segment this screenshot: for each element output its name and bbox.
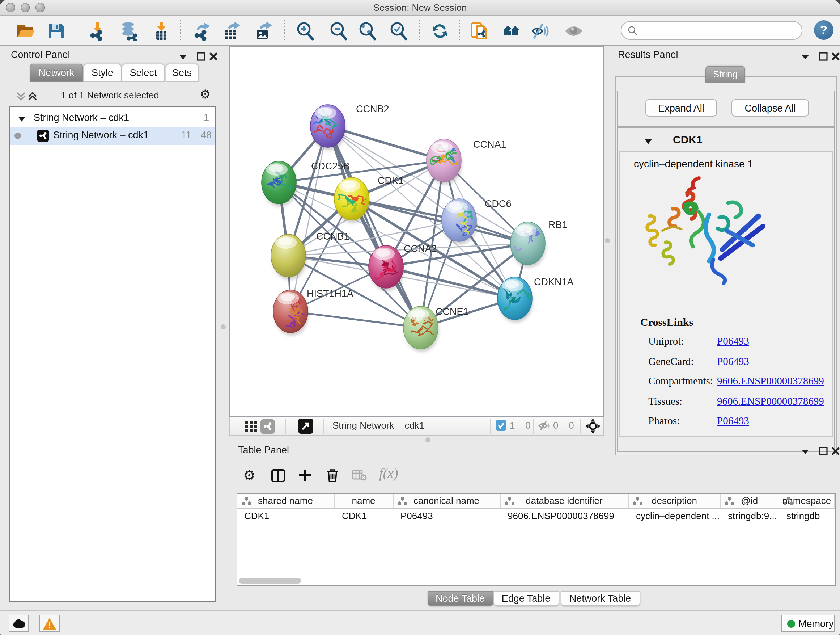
table-cell[interactable]: stringdb (786, 509, 834, 524)
column-header[interactable]: database identifier (500, 494, 629, 508)
crosslink-value[interactable]: 9606.ENSP00000378699 (717, 375, 824, 387)
tab-style[interactable]: Style (83, 64, 122, 82)
zoom-out-icon[interactable] (328, 21, 349, 41)
close-panel-icon[interactable] (831, 446, 840, 456)
column-header[interactable]: shared name (237, 494, 335, 508)
maximize-panel-icon[interactable] (818, 51, 829, 62)
detach-view-icon[interactable] (298, 418, 313, 433)
column-header[interactable]: namespace (779, 494, 835, 508)
refresh-icon[interactable] (430, 21, 450, 41)
network-canvas[interactable]: CCNB2CCNA1CDC25BCDK1CDC6RB1CCNB1CCNA2CDK… (229, 46, 604, 417)
zoom-selected-icon[interactable] (388, 21, 409, 41)
close-panel-icon[interactable] (831, 51, 840, 62)
network-node[interactable]: RB1 (508, 219, 567, 268)
network-view-mode-icon[interactable] (260, 419, 275, 433)
delete-column-icon[interactable] (326, 469, 339, 482)
crosslink-value[interactable]: P06493 (717, 335, 749, 348)
search-input[interactable] (621, 21, 802, 40)
tab-node-table[interactable]: Node Table (427, 591, 493, 606)
clone-network-icon[interactable] (470, 21, 490, 41)
save-session-icon[interactable] (46, 21, 66, 41)
selected-checkbox-icon[interactable] (495, 420, 506, 431)
crosslink-label: Tissues: (648, 395, 682, 407)
first-neighbors-icon[interactable] (501, 21, 522, 41)
network-edge[interactable] (290, 126, 327, 311)
table-cell[interactable]: 9606.ENSP00000378699 (508, 509, 627, 524)
network-node[interactable]: HIST1H1A (273, 288, 353, 336)
table-cell[interactable]: CDK1 (244, 509, 333, 524)
crosslink-value[interactable]: P06493 (717, 355, 749, 367)
network-edge[interactable] (290, 311, 420, 328)
fit-content-icon[interactable] (585, 418, 600, 433)
table-row[interactable]: CDK1CDK1P064939606.ENSP00000378699cyclin… (237, 509, 835, 524)
warning-icon (43, 618, 57, 630)
column-type-icon (241, 497, 251, 505)
table-cell[interactable]: stringdb:9... (728, 509, 778, 524)
table-cell[interactable]: P06493 (401, 509, 499, 524)
import-network-database-icon[interactable] (119, 21, 140, 41)
toolbar-separator (284, 20, 285, 41)
network-row-selected[interactable]: String Network – cdk1 11 48 (10, 127, 215, 145)
open-session-icon[interactable] (16, 21, 36, 41)
hide-selected-icon[interactable] (531, 21, 551, 41)
section-collapse-icon[interactable] (644, 138, 653, 145)
network-node[interactable]: CCNB1 (271, 231, 349, 280)
column-header[interactable]: name (335, 494, 393, 508)
collapse-all-button[interactable]: Collapse All (731, 99, 809, 117)
zoom-fit-icon[interactable] (357, 21, 378, 41)
cloud-status-button[interactable] (8, 615, 29, 632)
vertical-splitter-handle[interactable] (605, 238, 610, 243)
table-settings-gear-icon[interactable]: ⚙ (243, 467, 256, 484)
maximize-panel-icon[interactable] (196, 51, 206, 62)
tab-select[interactable]: Select (122, 64, 165, 82)
toolbar-separator (77, 20, 77, 41)
warning-status-button[interactable] (39, 615, 60, 632)
crosslink-value[interactable]: 9606.ENSP00000378699 (717, 395, 824, 407)
table-cell[interactable]: cyclin–dependent ... (636, 509, 719, 524)
network-node[interactable]: CCNE1 (403, 306, 469, 352)
left-splitter-handle[interactable] (221, 325, 226, 329)
show-all-icon[interactable] (564, 21, 584, 41)
network-options-gear-icon[interactable]: ⚙ (200, 87, 211, 102)
export-network-icon[interactable] (192, 21, 212, 41)
column-header[interactable]: @id (721, 494, 779, 508)
show-columns-icon[interactable] (271, 469, 285, 482)
protein-structure-image (640, 174, 779, 287)
crosslink-value[interactable]: P06493 (717, 415, 749, 427)
column-header[interactable]: description (629, 494, 721, 508)
horizontal-scrollbar-thumb[interactable] (238, 578, 301, 584)
grid-view-icon[interactable] (245, 420, 257, 432)
import-network-file-icon[interactable] (88, 21, 108, 41)
expand-all-button[interactable]: Expand All (645, 99, 717, 117)
import-table-icon[interactable] (151, 21, 172, 41)
function-builder-icon[interactable]: f(x) (379, 466, 398, 481)
network-node[interactable]: CCNA1 (426, 139, 506, 185)
tab-edge-table[interactable]: Edge Table (493, 591, 559, 606)
network-edge-count: 48 (201, 130, 212, 141)
export-image-icon[interactable] (253, 21, 273, 41)
network-node[interactable]: CDKN1A (497, 277, 573, 323)
maximize-panel-icon[interactable] (818, 446, 829, 456)
table-cell[interactable]: CDK1 (342, 509, 392, 524)
search-icon (627, 25, 638, 36)
help-button[interactable]: ? (814, 20, 834, 40)
network-collection-row[interactable]: String Network – cdk1 1 (10, 110, 215, 127)
tab-sets[interactable]: Sets (165, 64, 199, 82)
zoom-in-icon[interactable] (295, 21, 316, 41)
close-panel-icon[interactable] (208, 51, 218, 62)
export-table-icon[interactable] (221, 21, 242, 41)
add-column-icon[interactable] (298, 469, 312, 482)
float-panel-icon[interactable] (800, 447, 810, 457)
float-panel-icon[interactable] (800, 52, 810, 62)
tree-expand-icon[interactable] (17, 115, 26, 122)
delete-table-icon[interactable] (352, 470, 367, 481)
tab-string[interactable]: String (706, 66, 745, 82)
memory-button[interactable]: Memory (781, 615, 835, 632)
column-header[interactable]: canonical name (393, 494, 500, 508)
float-panel-icon[interactable] (178, 52, 188, 62)
separator (533, 419, 534, 433)
tab-network[interactable]: Network (30, 64, 83, 82)
tab-network-table[interactable]: Network Table (561, 591, 640, 606)
crosslink-label: Pharos: (648, 415, 680, 427)
title-bar[interactable]: Session: New Session (0, 0, 840, 16)
